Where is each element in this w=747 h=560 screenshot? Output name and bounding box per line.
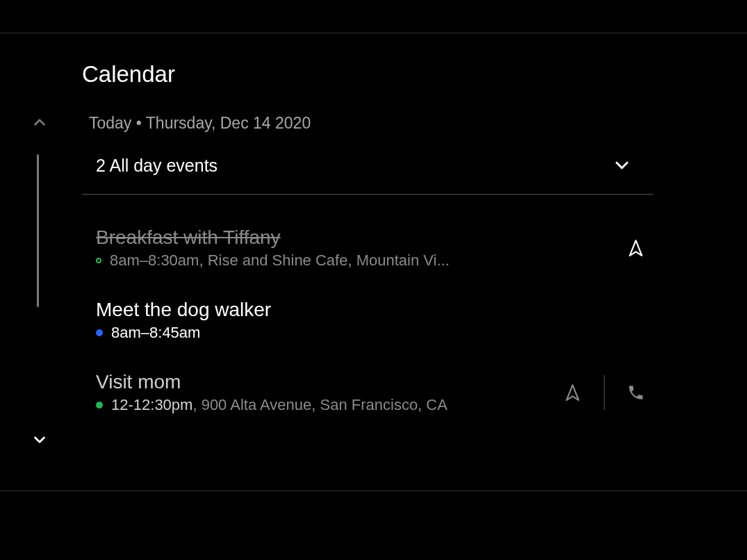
date-prefix: Today (89, 114, 131, 132)
chevron-down-icon (611, 155, 632, 176)
event-time: 8am–8:45am (111, 324, 200, 342)
event-actions (618, 231, 653, 265)
event-title: Breakfast with Tiffany (96, 227, 618, 249)
event-info: Visit mom 12-12:30pm, 900 Alta Avenue, S… (96, 371, 555, 414)
event-meta: 8am–8:30am, Rise and Shine Cafe, Mountai… (96, 252, 618, 270)
top-divider (0, 33, 747, 33)
all-day-events-row[interactable]: 2 All day events (82, 155, 653, 195)
date-label: Today • Thursday, Dec 14 2020 (89, 114, 678, 133)
page-title: Calendar (82, 61, 678, 88)
action-divider (604, 375, 605, 410)
main-content: Calendar Today • Thursday, Dec 14 2020 2… (82, 61, 678, 443)
all-day-label: 2 All day events (96, 156, 217, 176)
call-button[interactable] (618, 375, 653, 410)
event-location: , 900 Alta Avenue, San Francisco, CA (192, 396, 447, 414)
scroll-down-button[interactable] (31, 431, 49, 449)
event-location: , Rise and Shine Cafe, Mountain Vi... (199, 252, 449, 270)
event-title: Meet the dog walker (96, 299, 653, 321)
bottom-divider (0, 491, 747, 491)
event-time: 12-12:30pm (111, 396, 192, 414)
navigation-icon (627, 239, 645, 257)
navigate-button[interactable] (555, 375, 590, 410)
status-dot-icon (96, 329, 103, 336)
scrollbar-track[interactable] (37, 154, 39, 307)
event-meta: 8am–8:45am (96, 324, 653, 342)
status-dot-icon (96, 258, 101, 263)
event-title: Visit mom (96, 371, 555, 393)
status-dot-icon (96, 402, 103, 409)
event-time: 8am–8:30am (110, 252, 199, 270)
scroll-up-button[interactable] (31, 113, 49, 131)
event-info: Meet the dog walker 8am–8:45am (96, 299, 653, 342)
event-item[interactable]: Breakfast with Tiffany 8am–8:30am, Rise … (82, 227, 653, 270)
events-list: Breakfast with Tiffany 8am–8:30am, Rise … (82, 227, 678, 414)
navigation-icon (564, 384, 582, 402)
chevron-up-icon (31, 113, 49, 131)
date-full: Thursday, Dec 14 2020 (146, 114, 311, 132)
event-meta: 12-12:30pm, 900 Alta Avenue, San Francis… (96, 396, 555, 414)
event-actions (555, 375, 653, 410)
event-item[interactable]: Visit mom 12-12:30pm, 900 Alta Avenue, S… (82, 371, 653, 414)
phone-icon (627, 384, 645, 402)
date-separator: • (131, 114, 145, 132)
navigate-button[interactable] (618, 231, 653, 265)
event-info: Breakfast with Tiffany 8am–8:30am, Rise … (96, 227, 618, 270)
event-item[interactable]: Meet the dog walker 8am–8:45am (82, 299, 653, 342)
